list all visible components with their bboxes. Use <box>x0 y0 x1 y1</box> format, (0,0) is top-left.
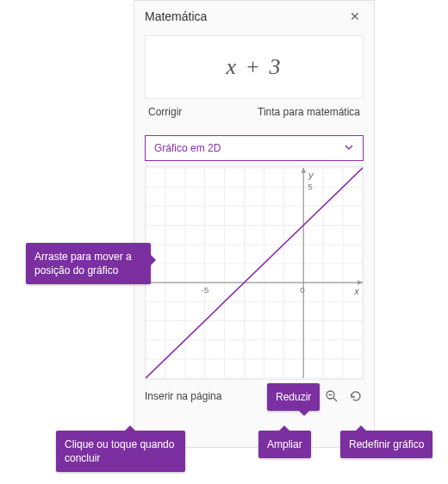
expression-actions: Corrigir Tinta para matemática <box>134 102 374 127</box>
graph-plot: -505xy <box>146 167 363 379</box>
callout-reduce-text: Reduzir <box>276 391 311 403</box>
callout-zoomin: Ampliar <box>258 431 311 458</box>
pane-header: Matemática ✕ <box>134 1 374 30</box>
graph-type-select[interactable]: Gráfico em 2D <box>145 135 364 161</box>
callout-insert-text: Clique ou toque quando concluir <box>65 438 174 464</box>
expression-box[interactable]: x + 3 <box>145 35 364 99</box>
close-icon[interactable]: ✕ <box>346 8 364 25</box>
svg-text:0: 0 <box>300 285 305 295</box>
callout-reset: Redefinir gráfico <box>340 431 432 458</box>
graph-area[interactable]: -505xy <box>145 166 364 380</box>
math-pane: Matemática ✕ x + 3 Corrigir Tinta para m… <box>134 0 375 448</box>
svg-text:y: y <box>308 170 314 180</box>
svg-line-37 <box>333 398 337 401</box>
svg-text:x: x <box>353 286 359 296</box>
graph-type-label: Gráfico em 2D <box>154 142 221 154</box>
callout-reduce: Reduzir <box>267 383 320 411</box>
callout-drag-text: Arraste para mover a posição do gráfico <box>34 251 132 276</box>
callout-reset-text: Redefinir gráfico <box>349 438 424 450</box>
svg-text:5: 5 <box>308 182 313 191</box>
svg-line-31 <box>146 168 363 378</box>
callout-zoomin-text: Ampliar <box>267 438 302 450</box>
svg-text:-5: -5 <box>202 285 209 295</box>
insert-button[interactable]: Inserir na página <box>145 390 221 402</box>
pane-title: Matemática <box>145 9 207 23</box>
ink-link[interactable]: Tinta para matemática <box>258 106 360 118</box>
reset-icon[interactable] <box>348 388 364 404</box>
graph-toolbar: Inserir na página <box>145 383 364 409</box>
callout-insert: Clique ou toque quando concluir <box>56 431 185 472</box>
fix-link[interactable]: Corrigir <box>148 106 182 118</box>
zoom-out-icon[interactable] <box>324 388 339 404</box>
chevron-down-icon <box>344 140 354 156</box>
expression-text: x + 3 <box>226 54 282 80</box>
callout-drag: Arraste para mover a posição do gráfico <box>26 243 151 284</box>
